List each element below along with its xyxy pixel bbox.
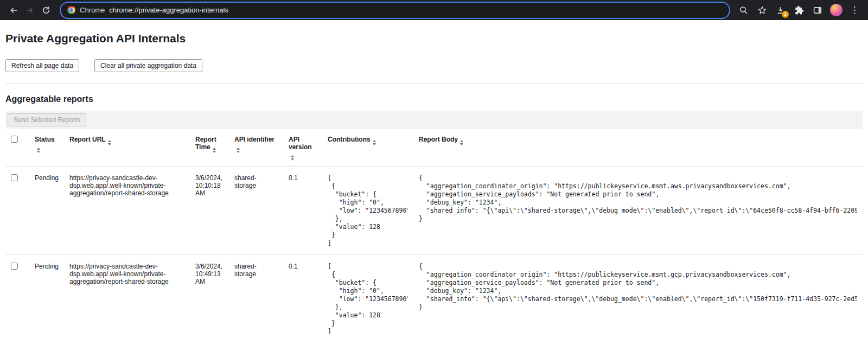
back-icon[interactable] (5, 2, 22, 18)
row-select-cell (5, 167, 29, 255)
sort-icon (373, 140, 376, 145)
clear-all-button[interactable]: Clear all private aggregation data (94, 59, 202, 72)
row-select-cell (5, 255, 29, 338)
sort-icon (237, 148, 240, 153)
sort-icon (37, 148, 40, 153)
report-body-cell: { "aggregation_coordinator_origin": "htt… (413, 167, 863, 255)
header-api-identifier-label: API identifier (234, 136, 275, 143)
toolbar-right-icons: 1 ⋮ (736, 2, 863, 18)
contributions-json: [ { "bucket": { "high": "0", "low": "123… (328, 174, 408, 247)
extensions-puzzle-icon[interactable] (791, 2, 807, 18)
download-count-badge: 1 (782, 11, 789, 18)
search-icon[interactable] (736, 2, 752, 18)
status-cell: Pending (29, 167, 64, 255)
contributions-cell: [ { "bucket": { "high": "0", "low": "123… (322, 167, 413, 255)
api-identifier-cell: shared-storage (229, 255, 283, 338)
browser-menu-icon[interactable]: ⋮ (846, 2, 863, 18)
header-report-url-label: Report URL (69, 136, 106, 143)
report-url-cell: https://privacy-sandcastle-dev-dsp.web.a… (64, 255, 190, 338)
api-version-cell: 0.1 (283, 167, 322, 255)
header-status-label: Status (35, 136, 55, 143)
send-selected-reports-button[interactable]: Send Selected Reports (8, 113, 86, 126)
sort-icon (108, 140, 111, 145)
chrome-logo-icon (67, 6, 75, 14)
row-checkbox[interactable] (11, 174, 18, 181)
section-title: Aggregatable reports (5, 94, 863, 104)
header-status[interactable]: Status (29, 129, 64, 167)
page-content: Private Aggregation API Internals Refres… (0, 32, 868, 338)
report-time-cell: 3/6/2024, 10:49:13 AM (190, 255, 229, 338)
report-body-cell: { "aggregation_coordinator_origin": "htt… (413, 255, 863, 338)
row-checkbox[interactable] (11, 263, 18, 270)
bookmark-star-icon[interactable] (754, 2, 770, 18)
api-identifier-cell: shared-storage (229, 167, 283, 255)
status-cell: Pending (29, 255, 64, 338)
report-body-json: { "aggregation_coordinator_origin": "htt… (419, 263, 857, 311)
api-version-cell: 0.1 (283, 255, 322, 338)
page-actions: Refresh all page data Clear all private … (5, 59, 863, 72)
refresh-all-button[interactable]: Refresh all page data (5, 59, 79, 72)
contributions-cell: [ { "bucket": { "high": "0", "low": "123… (322, 255, 413, 338)
download-badge-icon[interactable]: 1 (773, 2, 789, 18)
header-api-identifier[interactable]: API identifier (229, 129, 283, 167)
page-title: Private Aggregation API Internals (5, 32, 863, 45)
reports-toolbar: Send Selected Reports (5, 111, 863, 129)
side-panel-icon[interactable] (809, 2, 826, 18)
header-report-body-label: Report Body (419, 136, 458, 143)
header-contributions[interactable]: Contributions (322, 129, 413, 167)
sort-icon (213, 148, 216, 153)
site-chip-label: Chrome (80, 6, 105, 14)
profile-avatar[interactable] (828, 2, 844, 18)
header-api-version-label: API version (289, 136, 312, 151)
table-header-row: Status Report URL Report Time API identi… (5, 129, 863, 167)
aggregatable-reports-table: Status Report URL Report Time API identi… (5, 129, 863, 338)
sort-icon (460, 140, 463, 145)
header-report-time[interactable]: Report Time (190, 129, 229, 167)
report-time-cell: 3/6/2024, 10:10:18 AM (190, 167, 229, 255)
header-report-url[interactable]: Report URL (64, 129, 190, 167)
reload-icon[interactable] (38, 2, 54, 18)
table-row: Pending https://privacy-sandcastle-dev-d… (5, 255, 863, 338)
header-report-body[interactable]: Report Body (413, 129, 863, 167)
select-all-cell (5, 129, 29, 167)
report-body-json: { "aggregation_coordinator_origin": "htt… (419, 174, 857, 223)
divider (5, 83, 863, 84)
avatar (830, 4, 843, 16)
select-all-checkbox[interactable] (11, 136, 18, 143)
contributions-json: [ { "bucket": { "high": "0", "low": "123… (328, 263, 408, 335)
url-text[interactable]: chrome://private-aggregation-internals (109, 6, 228, 14)
address-bar[interactable]: Chrome chrome://private-aggregation-inte… (61, 3, 729, 18)
header-api-version[interactable]: API version (283, 129, 322, 167)
browser-toolbar: Chrome chrome://private-aggregation-inte… (0, 0, 868, 20)
table-row: Pending https://privacy-sandcastle-dev-d… (5, 167, 863, 255)
sort-icon (291, 155, 294, 161)
menu-dots: ⋮ (850, 5, 859, 15)
forward-icon[interactable] (22, 2, 38, 18)
header-contributions-label: Contributions (328, 136, 371, 143)
report-url-cell: https://privacy-sandcastle-dev-dsp.web.a… (64, 167, 190, 255)
